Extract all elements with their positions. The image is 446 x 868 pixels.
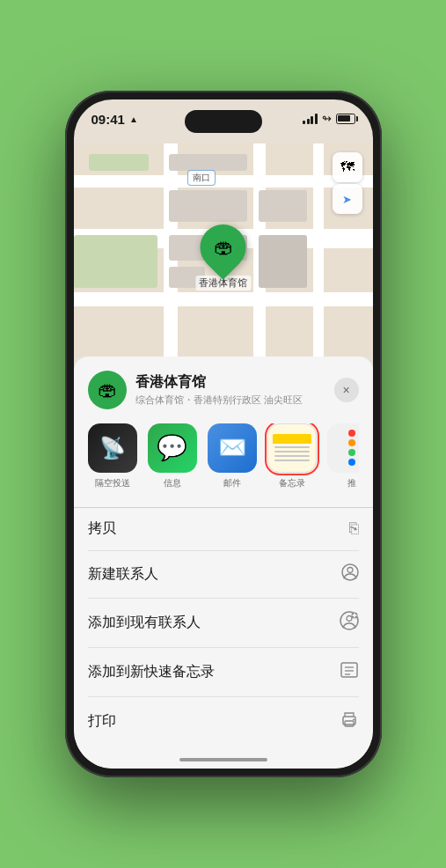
pin-emoji: 🏟 [214, 236, 233, 259]
map-area[interactable]: 南口 🗺 ➤ 🏟 香港体育馆 [74, 143, 373, 357]
share-row: 📡 隔空投送 💬 信息 ✉️ 邮件 [88, 423, 359, 493]
svg-rect-12 [345, 721, 354, 726]
action-add-notes[interactable]: 添加到新快速备忘录 [88, 648, 359, 697]
location-icon: 🏟 [88, 371, 127, 409]
status-icons: ↬ [303, 112, 355, 125]
action-print[interactable]: 打印 [88, 697, 359, 737]
map-block-1 [169, 190, 246, 222]
location-name: 香港体育馆 [135, 373, 325, 392]
copy-label: 拷贝 [88, 519, 116, 538]
share-item-mail[interactable]: ✉️ 邮件 [208, 423, 257, 489]
home-indicator [74, 751, 373, 769]
mail-icon-box[interactable]: ✉️ [208, 423, 257, 473]
bottom-sheet: 🏟 香港体育馆 综合体育馆・香港特别行政区 油尖旺区 × 📡 隔空投送 [74, 357, 373, 752]
location-button[interactable]: ➤ [333, 184, 362, 214]
map-type-button[interactable]: 🗺 [333, 152, 362, 182]
new-contact-label: 新建联系人 [88, 565, 158, 584]
add-existing-label: 添加到现有联系人 [88, 614, 201, 632]
wifi-icon: ↬ [322, 112, 332, 125]
map-block-8 [169, 154, 246, 171]
location-info: 香港体育馆 综合体育馆・香港特别行政区 油尖旺区 [135, 373, 325, 407]
home-bar [179, 758, 267, 761]
map-block-7 [89, 154, 149, 171]
more-icon-box[interactable] [327, 423, 359, 473]
copy-icon: ⎘ [349, 519, 359, 538]
action-add-existing[interactable]: 添加到现有联系人 [88, 599, 359, 648]
add-notes-icon [340, 660, 359, 684]
dynamic-island [185, 110, 262, 133]
mail-label: 邮件 [223, 477, 241, 489]
svg-point-1 [347, 568, 353, 573]
battery-icon [336, 114, 355, 124]
add-notes-label: 添加到新快速备忘录 [88, 663, 215, 681]
notes-icon-box[interactable] [267, 423, 317, 473]
share-item-airdrop[interactable]: 📡 隔空投送 [88, 423, 137, 489]
signal-bars [303, 114, 318, 124]
mail-icon: ✉️ [218, 434, 246, 461]
action-copy[interactable]: 拷贝 ⎘ [88, 507, 359, 551]
map-block-2 [74, 235, 157, 288]
share-item-more[interactable]: 推 [327, 423, 359, 489]
phone-screen: 09:41 ▲ ↬ [74, 99, 373, 769]
map-controls: 🗺 ➤ [333, 152, 362, 214]
print-label: 打印 [88, 712, 116, 731]
notes-label: 备忘录 [279, 477, 305, 489]
road-label: 南口 [187, 170, 216, 186]
new-contact-icon [341, 563, 359, 585]
share-item-messages[interactable]: 💬 信息 [148, 423, 197, 489]
location-arrow-icon: ▲ [129, 114, 138, 124]
close-button[interactable]: × [334, 378, 359, 402]
svg-point-3 [347, 616, 352, 622]
print-icon [340, 710, 359, 733]
phone-frame: 09:41 ▲ ↬ [65, 91, 382, 777]
notes-icon [268, 430, 316, 466]
location-pin: 🏟 香港体育馆 [195, 224, 251, 291]
status-time: 09:41 ▲ [91, 112, 138, 127]
messages-icon: 💬 [157, 433, 187, 462]
road-horizontal-2 [74, 292, 373, 306]
airdrop-icon-box[interactable]: 📡 [88, 423, 137, 473]
airdrop-icon: 📡 [99, 436, 126, 460]
messages-icon-box[interactable]: 💬 [148, 423, 197, 473]
location-header: 🏟 香港体育馆 综合体育馆・香港特别行政区 油尖旺区 × [88, 371, 359, 409]
map-block-5 [259, 235, 306, 288]
map-block-6 [259, 190, 306, 222]
airdrop-label: 隔空投送 [95, 477, 130, 489]
add-existing-icon [340, 611, 359, 635]
action-new-contact[interactable]: 新建联系人 [88, 551, 359, 599]
location-subtitle: 综合体育馆・香港特别行政区 油尖旺区 [135, 394, 325, 407]
svg-point-13 [353, 719, 355, 721]
messages-label: 信息 [164, 477, 181, 489]
share-item-notes[interactable]: 备忘录 [267, 423, 317, 489]
more-label: 推 [347, 477, 356, 489]
road-horizontal-3 [74, 175, 373, 188]
road-vertical-3 [313, 143, 324, 357]
